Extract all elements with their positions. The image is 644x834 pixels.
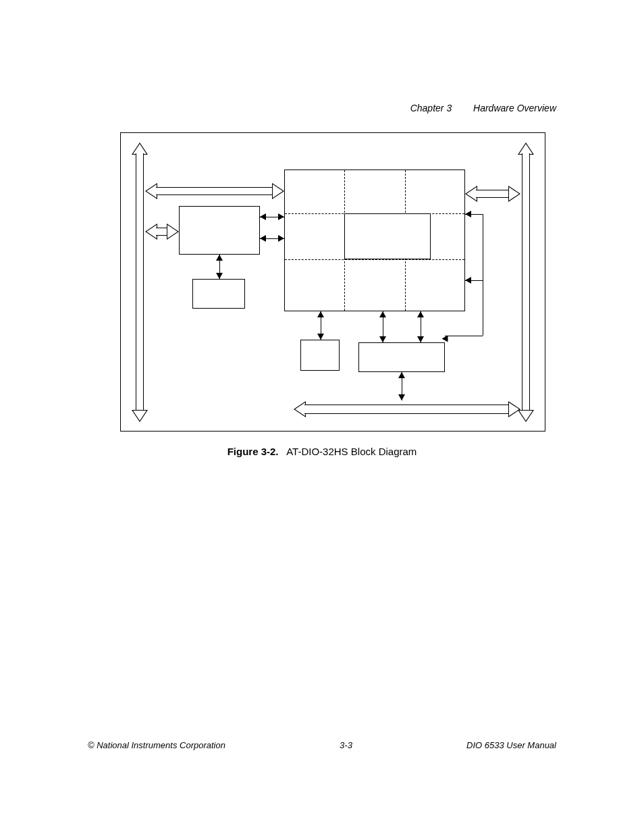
footer-manual: DIO 6533 User Manual [466, 740, 556, 750]
bus-arrow-top-right [465, 187, 520, 201]
block-bottom-small [300, 340, 340, 371]
io-connector-arrow-left [133, 142, 146, 422]
chapter-title: Hardware Overview [473, 103, 556, 113]
figure-caption-text: AT-DIO-32HS Block Diagram [286, 446, 417, 457]
page-header: Chapter 3 Hardware Overview [410, 103, 556, 113]
footer-copyright: © National Instruments Corporation [88, 740, 225, 750]
page-footer: © National Instruments Corporation 3-3 D… [88, 740, 556, 750]
chapter-label: Chapter 3 [410, 103, 452, 113]
page: Chapter 3 Hardware Overview [0, 0, 644, 834]
block-below-left [192, 279, 245, 309]
figure-label: Figure 3-2. [227, 446, 279, 457]
data-bus-arrow-top [145, 184, 284, 198]
bus-arrow-right [519, 142, 533, 422]
figure-caption: Figure 3-2. AT-DIO-32HS Block Diagram [0, 446, 644, 457]
block-left [179, 206, 260, 255]
data-bus-arrow-small [145, 225, 179, 238]
block-main [284, 170, 465, 311]
block-diagram [120, 132, 545, 432]
bus-arrow-bottom [294, 400, 520, 418]
block-main-inner [344, 213, 431, 259]
footer-page: 3-3 [340, 740, 352, 750]
block-bottom-right [358, 342, 445, 372]
